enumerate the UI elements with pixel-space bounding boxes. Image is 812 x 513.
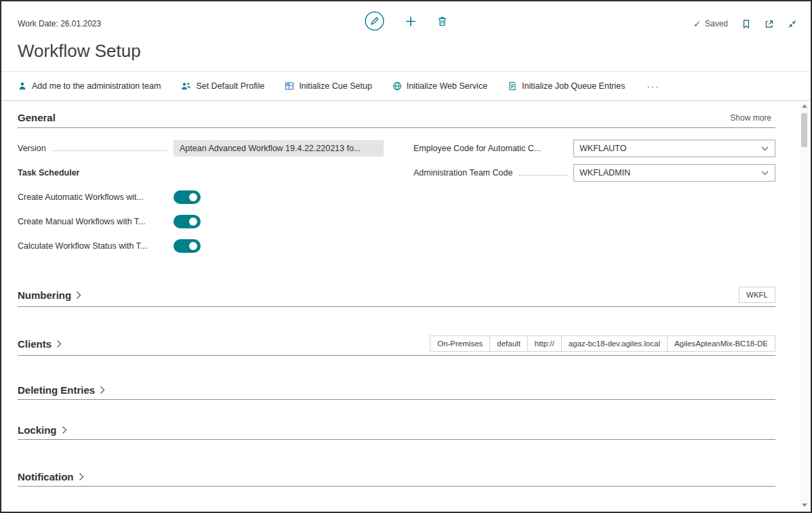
locking-section-title[interactable]: Locking xyxy=(18,424,57,436)
employee-code-field-row: Employee Code for Automatic C... WKFLAUT… xyxy=(413,136,775,161)
page-content: General Show more Version Aptean Advance… xyxy=(1,101,811,487)
check-icon: ✓ xyxy=(693,19,701,29)
action-set-default-profile[interactable]: Set Default Profile xyxy=(181,81,264,91)
chevron-right-icon xyxy=(62,426,68,434)
admin-team-dropdown[interactable]: WKFLADMIN xyxy=(573,164,775,182)
summary-cell: default xyxy=(489,335,528,352)
action-label: Initialize Cue Setup xyxy=(299,81,372,91)
plus-icon xyxy=(405,16,417,27)
action-add-me-to-admin-team[interactable]: Add me to the administration team xyxy=(18,81,161,91)
show-more-link[interactable]: Show more xyxy=(726,112,775,123)
save-status: ✓ Saved xyxy=(693,19,728,29)
task-scheduler-heading: Task Scheduler xyxy=(18,168,79,178)
general-right-column: Employee Code for Automatic C... WKFLAUT… xyxy=(413,136,775,258)
toggle-row-calculate-status: Calculate Workflow Status with T... xyxy=(18,234,384,258)
section-numbering: Numbering WKFL xyxy=(18,287,775,307)
employee-code-label: Employee Code for Automatic C... xyxy=(413,144,541,153)
clients-summary-cells: On-Premises default http:// agaz-bc18-de… xyxy=(430,335,775,352)
vertical-scrollbar[interactable] xyxy=(800,102,809,510)
chevron-right-icon xyxy=(56,340,62,348)
window-controls: ✓ Saved xyxy=(693,19,797,29)
bookmark-icon xyxy=(742,19,751,29)
dotted-leader xyxy=(53,150,167,151)
bookmark-button[interactable] xyxy=(742,19,751,29)
popout-icon xyxy=(765,19,774,29)
globe-icon xyxy=(392,81,402,91)
edit-button[interactable] xyxy=(365,11,385,31)
new-button[interactable] xyxy=(405,16,417,27)
summary-cell: On-Premises xyxy=(430,335,490,352)
deleting-entries-section-title[interactable]: Deleting Entries xyxy=(18,384,95,396)
people-icon xyxy=(181,81,191,91)
chevron-right-icon xyxy=(100,386,106,394)
action-initialize-cue-setup[interactable]: Initialize Cue Setup xyxy=(285,81,372,91)
record-action-icons xyxy=(365,11,448,31)
job-queue-icon xyxy=(508,81,517,91)
employee-code-value: WKFLAUTO xyxy=(574,144,755,153)
dotted-leader xyxy=(519,175,567,176)
chevron-down-icon xyxy=(755,171,775,176)
toggle-create-automatic-workflows[interactable] xyxy=(174,190,201,204)
collapse-page-button[interactable] xyxy=(788,19,797,29)
section-rule xyxy=(18,355,775,356)
section-clients: Clients On-Premises default http:// agaz… xyxy=(18,335,775,356)
action-label: Initialize Web Service xyxy=(407,81,487,91)
employee-code-dropdown[interactable]: WKFLAUTO xyxy=(573,140,775,157)
admin-team-value: WKFLADMIN xyxy=(574,168,755,178)
cue-grid-icon xyxy=(285,81,294,91)
workflow-setup-page: Work Date: 26.01.2023 xyxy=(0,0,812,513)
admin-team-field-row: Administration Team Code WKFLADMIN xyxy=(413,161,775,185)
action-initialize-web-service[interactable]: Initialize Web Service xyxy=(392,81,487,91)
collapse-arrows-icon xyxy=(788,19,797,29)
chevron-right-icon xyxy=(79,472,85,481)
save-status-label: Saved xyxy=(705,19,728,28)
toggle-knob xyxy=(189,218,197,226)
toggle-calculate-workflow-status[interactable] xyxy=(174,239,201,253)
action-bar: Add me to the administration team Set De… xyxy=(1,72,811,100)
chevron-down-icon xyxy=(755,146,775,151)
toggle-label: Create Automatic Workflows wit... xyxy=(18,192,144,202)
trash-icon xyxy=(437,16,448,27)
scrollbar-thumb[interactable] xyxy=(801,113,807,147)
numbering-section-title[interactable]: Numbering xyxy=(18,289,71,301)
section-notification: Notification xyxy=(18,471,775,487)
action-initialize-job-queue-entries[interactable]: Initialize Job Queue Entries xyxy=(508,81,625,91)
summary-cell: WKFL xyxy=(739,287,775,303)
section-rule xyxy=(18,439,775,440)
scrollbar-up-arrow[interactable] xyxy=(802,104,807,108)
toggle-row-create-automatic: Create Automatic Workflows wit... xyxy=(18,185,384,209)
summary-cell: http:// xyxy=(527,335,562,352)
person-icon xyxy=(18,81,27,91)
toggle-row-create-manual: Create Manual Workflows with T... xyxy=(18,209,384,234)
summary-cell: agaz-bc18-dev.agiles.local xyxy=(561,335,668,352)
section-general: General Show more Version Aptean Advance… xyxy=(18,112,775,258)
general-section-title: General xyxy=(18,112,56,123)
delete-button[interactable] xyxy=(437,16,448,27)
version-field-row: Version Aptean Advanced Workflow 19.4.22… xyxy=(18,136,384,161)
work-date: Work Date: 26.01.2023 xyxy=(18,19,101,28)
more-actions-button[interactable]: ··· xyxy=(645,81,661,91)
clients-section-title[interactable]: Clients xyxy=(18,338,52,350)
section-rule xyxy=(18,306,775,307)
summary-cell: AgilesApteanMix-BC18-DE xyxy=(667,335,775,352)
top-bar: Work Date: 26.01.2023 xyxy=(1,1,811,35)
general-rule xyxy=(18,127,775,128)
version-label: Version xyxy=(18,144,46,153)
scrollbar-down-arrow[interactable] xyxy=(802,504,807,507)
page-title: Workflow Setup xyxy=(18,41,811,62)
chevron-right-icon xyxy=(76,291,82,300)
numbering-summary-cells: WKFL xyxy=(739,287,775,303)
section-locking: Locking xyxy=(18,424,775,440)
version-value: Aptean Advanced Workflow 19.4.22.220213 … xyxy=(174,140,384,157)
task-scheduler-heading-row: Task Scheduler xyxy=(18,161,384,185)
toggle-label: Create Manual Workflows with T... xyxy=(18,217,146,226)
open-in-new-window-button[interactable] xyxy=(765,19,774,29)
toggle-create-manual-workflows[interactable] xyxy=(174,215,201,228)
toggle-knob xyxy=(189,193,197,201)
toggle-knob xyxy=(189,242,197,250)
action-label: Initialize Job Queue Entries xyxy=(522,81,625,91)
section-deleting-entries: Deleting Entries xyxy=(18,384,775,400)
general-left-column: Version Aptean Advanced Workflow 19.4.22… xyxy=(18,136,384,258)
notification-section-title[interactable]: Notification xyxy=(18,471,74,483)
section-rule xyxy=(18,486,775,487)
